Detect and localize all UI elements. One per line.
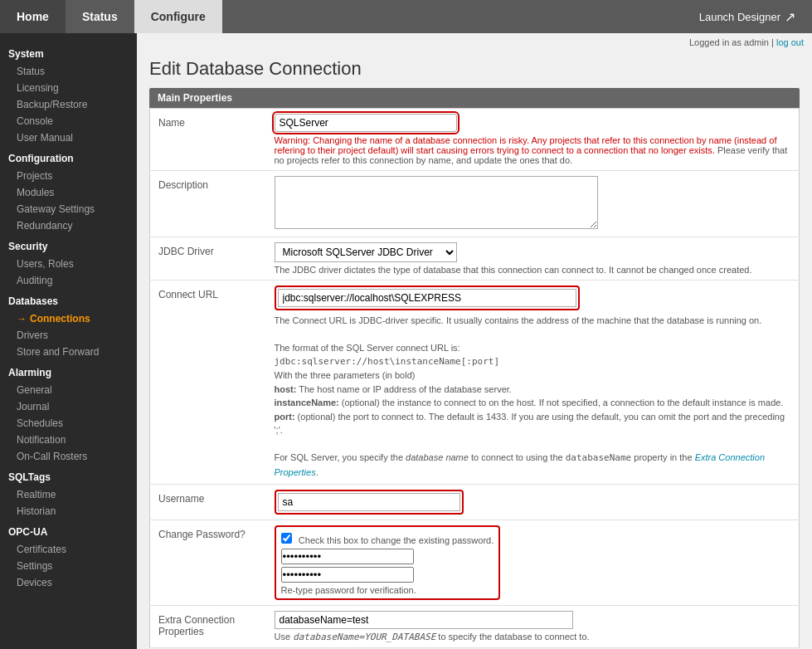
extra-connection-field-cell: Use databaseName=YOUR_DATABASE to specif… [266,606,800,648]
extra-connection-label: Extra Connection Properties [150,606,266,648]
sidebar-section-opc-ua: OPC-UA [0,520,137,541]
sidebar-item-auditing[interactable]: Auditing [0,272,137,289]
sidebar-item-connections[interactable]: →Connections [0,310,137,327]
extra-connection-note: Use databaseName=YOUR_DATABASE to specif… [275,632,791,642]
sidebar-item-notification[interactable]: Notification [0,432,137,448]
sidebar-item-redundancy[interactable]: Redundancy [0,217,137,234]
sidebar-item-drivers[interactable]: Drivers [0,327,137,344]
username-input[interactable] [278,493,460,511]
name-warning-text: Warning: Changing the name of a database… [275,135,777,155]
form-container: Main Properties Name Warning: Changing t… [137,88,812,649]
sidebar-item-historian[interactable]: Historian [0,503,137,520]
connect-url-format: jdbc:sqlserver://host\instanceName[:port… [275,355,791,369]
sidebar: System Status Licensing Backup/Restore C… [0,33,137,649]
name-row: Name Warning: Changing the name of a dat… [150,109,800,171]
connect-url-port: port: (optional) the port to connect to.… [275,410,791,437]
extra-connection-row: Extra Connection Properties Use database… [150,606,800,648]
connect-url-bold-intro: With the three parameters (in bold) [275,368,791,383]
page-title: Edit Database Connection [137,51,812,88]
password1-input[interactable] [281,549,414,564]
top-nav: Home Status Configure Launch Designer ↗ [0,0,812,33]
tab-configure[interactable]: Configure [134,0,222,33]
password2-input[interactable] [281,567,414,583]
arrow-icon: → [17,313,27,324]
description-label: Description [150,171,266,237]
jdbc-driver-row: JDBC Driver Microsoft SQLServer JDBC Dri… [150,237,800,281]
connect-url-notes: The Connect URL is JDBC-driver specific.… [275,314,791,479]
connect-url-input[interactable] [278,289,576,307]
connect-url-format-title: The format of the SQL Server connect URL… [275,341,791,355]
sidebar-section-sqltags: SQLTags [0,465,137,486]
connect-url-field-cell: The Connect URL is JDBC-driver specific.… [266,281,800,485]
username-label: Username [150,485,266,520]
log-out-link[interactable]: log out [776,37,804,47]
form-table: Name Warning: Changing the name of a dat… [149,108,800,648]
sidebar-item-general[interactable]: General [0,382,137,398]
main-content: Logged in as admin | log out Edit Databa… [137,33,812,649]
description-input[interactable] [275,176,598,229]
sidebar-item-backup-restore[interactable]: Backup/Restore [0,96,137,113]
name-label: Name [150,109,266,171]
sidebar-section-configuration: Configuration [0,146,137,168]
sidebar-item-schedules[interactable]: Schedules [0,415,137,432]
connect-url-host: host: The host name or IP address of the… [275,383,791,397]
name-field-cell: Warning: Changing the name of a database… [266,109,800,171]
description-field-cell [266,171,800,237]
description-row: Description [150,171,800,237]
password2-row [281,567,494,583]
password1-row [281,549,494,564]
jdbc-label: JDBC Driver [150,237,266,281]
sidebar-item-status[interactable]: Status [0,63,137,80]
username-field-cell [266,485,800,520]
change-password-checkbox[interactable] [281,533,292,544]
sidebar-item-users-roles[interactable]: Users, Roles [0,256,137,272]
connect-url-label: Connect URL [150,281,266,485]
sidebar-item-certificates[interactable]: Certificates [0,541,137,558]
connect-url-note1: The Connect URL is JDBC-driver specific.… [275,314,791,328]
sidebar-item-store-and-forward[interactable]: Store and Forward [0,344,137,360]
connect-url-instance: instanceName: (optional) the instance to… [275,396,791,410]
launch-designer-button[interactable]: Launch Designer ↗ [687,0,812,33]
name-input[interactable] [275,114,457,132]
logged-in-bar: Logged in as admin | log out [137,33,812,51]
sidebar-item-settings[interactable]: Settings [0,558,137,574]
connect-url-row: Connect URL The Connect URL is JDBC-driv… [150,281,800,485]
jdbc-field-cell: Microsoft SQLServer JDBC Driver The JDBC… [266,237,800,281]
change-password-check-row: Check this box to change the existing pa… [281,533,494,546]
sidebar-item-journal[interactable]: Journal [0,398,137,415]
sidebar-item-licensing[interactable]: Licensing [0,80,137,96]
sidebar-item-projects[interactable]: Projects [0,168,137,184]
sidebar-item-devices[interactable]: Devices [0,574,137,591]
sidebar-item-console[interactable]: Console [0,113,137,129]
main-layout: System Status Licensing Backup/Restore C… [0,33,812,649]
tab-status[interactable]: Status [66,0,134,33]
connect-url-outlined [275,285,580,310]
sidebar-section-alarming: Alarming [0,360,137,382]
connect-url-sqlserver: For SQL Server, you specify the database… [275,451,791,479]
tab-home[interactable]: Home [0,0,66,33]
change-password-note: Check this box to change the existing pa… [299,535,494,545]
username-row: Username [150,485,800,520]
username-outlined [275,490,464,515]
sidebar-section-security: Security [0,234,137,256]
external-link-icon: ↗ [785,9,795,25]
jdbc-note: The JDBC driver dictates the type of dat… [275,265,791,275]
change-password-field-cell: Check this box to change the existing pa… [266,520,800,606]
sidebar-item-gateway-settings[interactable]: Gateway Settings [0,201,137,217]
extra-connection-input[interactable] [275,611,573,629]
sidebar-item-on-call-rosters[interactable]: On-Call Rosters [0,448,137,465]
sidebar-item-modules[interactable]: Modules [0,184,137,201]
sidebar-section-databases: Databases [0,289,137,310]
name-note: Warning: Changing the name of a database… [275,135,791,165]
main-properties-header: Main Properties [149,88,800,108]
password-group: Check this box to change the existing pa… [275,525,501,600]
sidebar-item-realtime[interactable]: Realtime [0,486,137,503]
password2-note: Re-type password for verification. [281,585,494,595]
sidebar-section-system: System [0,41,137,63]
change-password-row: Change Password? Check this box to chang… [150,520,800,606]
change-password-label: Change Password? [150,520,266,606]
logged-in-text: Logged in as admin [689,37,769,47]
launch-designer-label: Launch Designer [699,11,780,23]
sidebar-item-user-manual[interactable]: User Manual [0,129,137,146]
jdbc-select[interactable]: Microsoft SQLServer JDBC Driver [275,242,457,262]
